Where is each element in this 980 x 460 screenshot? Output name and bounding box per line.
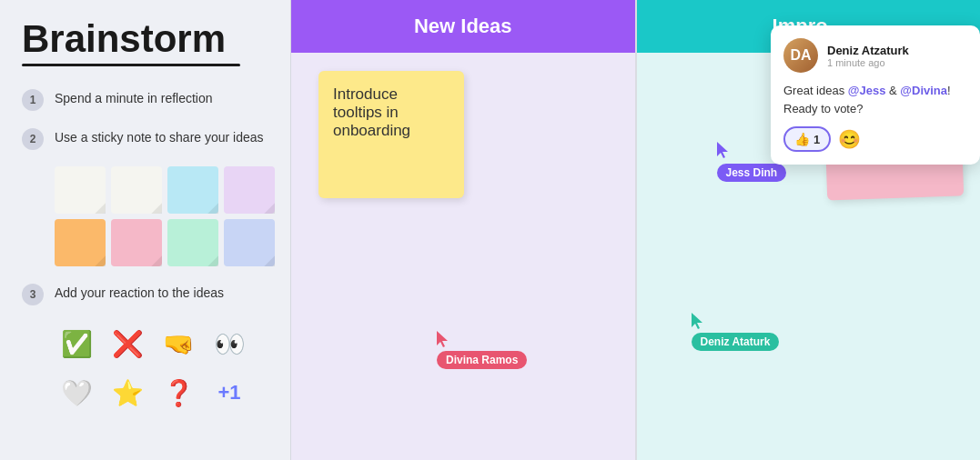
cursor-arrow-jess [717,142,732,160]
jess-cursor-label: Jess Dinh [717,164,787,182]
step-2-text: Use a sticky note to share your ideas [55,127,264,145]
step-1-number: 1 [22,89,44,111]
avatar-image: DA [783,38,818,73]
popup-msg-mid: & [885,84,900,97]
emoji-reaction-grid: ✅ ❌ 🤜 👀 🤍 ⭐ ❓ +1 [55,322,268,415]
sticky-color-grid [55,166,268,266]
reaction-count: 1 [813,133,820,146]
cursor-deniz: Deniz Ataturk [692,313,780,351]
step-3-text: Add your reaction to the ideas [55,283,224,300]
cursor-arrow-divina [437,331,451,349]
sticky-card-introduce-tooltips[interactable]: Introduce tooltips in onboarding [318,71,464,198]
emoji-star[interactable]: ⭐ [106,371,149,415]
sticky-thumb-8[interactable] [224,219,275,266]
step-3: 3 Add your reaction to the ideas [22,283,268,305]
divina-cursor-label: Divina Ramos [437,351,527,369]
popup-mention-divina: @Divina [900,84,947,97]
sticky-thumb-1[interactable] [55,166,106,214]
emoji-plus1[interactable]: +1 [207,371,251,415]
popup-message: Great ideas @Jess & @Divina! Ready to vo… [783,82,967,117]
step-2: 2 Use a sticky note to share your ideas [22,127,268,150]
step-1-text: Spend a minute in reflection [55,88,213,105]
popup-user-info: Deniz Atzaturk 1 minute ago [827,44,909,68]
emoji-heart[interactable]: 🤍 [55,371,98,415]
add-reaction-button[interactable]: 😊 [838,128,861,150]
cursor-divina: Divina Ramos [437,331,527,369]
sticky-thumb-2[interactable] [111,166,162,214]
step-3-number: 3 [22,284,44,305]
thumbsup-reaction-button[interactable]: 👍 1 [783,126,831,152]
deniz-cursor-label: Deniz Ataturk [692,333,780,351]
step-1: 1 Spend a minute in reflection [22,88,268,111]
emoji-question[interactable]: ❓ [157,371,200,415]
sticky-card-text: Introduce tooltips in onboarding [333,85,410,139]
column-new-ideas-body: Introduce tooltips in onboarding Divina … [291,53,635,460]
title-underline [22,64,240,66]
app-title: Brainstorm [22,18,268,60]
column-improve: Impro... Condu...more u...testing Jess D… [637,0,981,460]
step-2-number: 2 [22,128,44,150]
sticky-thumb-3[interactable] [167,166,218,214]
avatar-deniz: DA [783,38,818,73]
popup-mention-jess: @Jess [848,84,886,97]
popup-reactions: 👍 1 😊 [783,126,967,152]
cursor-arrow-deniz [692,313,706,331]
emoji-check[interactable]: ✅ [55,322,98,365]
columns-wrapper: New Ideas Introduce tooltips in onboardi… [291,0,980,460]
column-new-ideas-header: New Ideas [291,0,635,53]
sticky-thumb-6[interactable] [111,219,162,266]
popup-header: DA Deniz Atzaturk 1 minute ago [783,38,967,73]
sticky-thumb-5[interactable] [55,219,106,266]
column-new-ideas: New Ideas Introduce tooltips in onboardi… [291,0,635,460]
left-panel: Brainstorm 1 Spend a minute in reflectio… [0,0,291,460]
comment-popup: DA Deniz Atzaturk 1 minute ago Great ide… [771,25,980,165]
popup-username: Deniz Atzaturk [827,44,909,57]
popup-msg-pre: Great ideas [783,84,848,97]
reaction-thumbsup-emoji: 👍 [794,132,810,146]
popup-time: 1 minute ago [827,57,909,68]
sticky-thumb-4[interactable] [224,166,275,214]
emoji-thumbsup[interactable]: 🤜 [157,322,200,365]
sticky-thumb-7[interactable] [167,219,218,266]
main-board-area: New Ideas Introduce tooltips in onboardi… [291,0,980,460]
emoji-cross[interactable]: ❌ [106,322,149,365]
emoji-eyes[interactable]: 👀 [207,322,251,365]
